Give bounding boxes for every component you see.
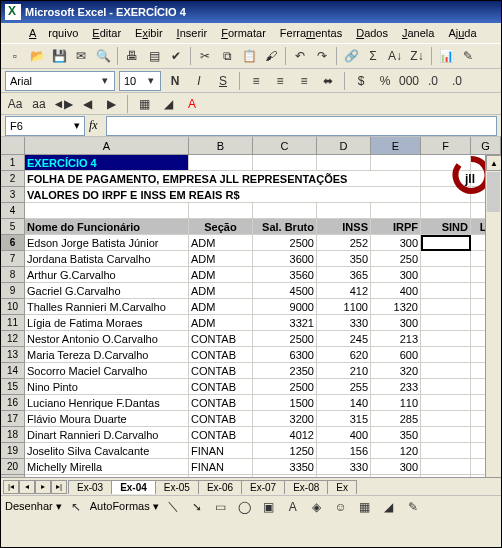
merge-icon[interactable]: ⬌ [318, 71, 338, 91]
prev-tab-icon[interactable]: ◂ [19, 480, 35, 494]
menu-format[interactable]: Formatar [215, 25, 272, 41]
align-center-icon[interactable]: ≡ [270, 71, 290, 91]
draw-menu[interactable]: Desenhar ▾ [5, 500, 62, 513]
formula-bar[interactable] [106, 116, 497, 136]
align-right-icon[interactable]: ≡ [294, 71, 314, 91]
scroll-up-icon[interactable]: ▲ [486, 155, 501, 171]
menu-file[interactable]: Arquivo [23, 25, 84, 41]
dec-decimal-icon[interactable]: .0 [447, 71, 467, 91]
col-header-C[interactable]: C [253, 137, 317, 155]
tab-Ex[interactable]: Ex [327, 480, 357, 494]
chart-icon[interactable]: 📊 [436, 46, 456, 66]
font-combo[interactable]: Arial ▾ [5, 71, 115, 91]
new-icon[interactable]: ▫ [5, 46, 25, 66]
row-header-11[interactable]: 11 [1, 315, 25, 331]
sort-asc-icon[interactable]: A↓ [385, 46, 405, 66]
row-header-7[interactable]: 7 [1, 251, 25, 267]
col-header-D[interactable]: D [317, 137, 371, 155]
row-header-20[interactable]: 20 [1, 459, 25, 475]
select-icon[interactable]: ↖ [66, 497, 86, 517]
tab-Ex-06[interactable]: Ex-06 [198, 480, 242, 494]
align-left-icon[interactable]: ≡ [246, 71, 266, 91]
picture-icon[interactable]: ▦ [355, 497, 375, 517]
row-header-17[interactable]: 17 [1, 411, 25, 427]
linecolor-icon[interactable]: ✎ [403, 497, 423, 517]
chevron-down-icon[interactable]: ▾ [146, 74, 156, 87]
menu-data[interactable]: Dados [350, 25, 394, 41]
col-header-G[interactable]: G [471, 137, 501, 155]
comma-icon[interactable]: 000 [399, 71, 419, 91]
arrows-button[interactable]: ◄▶ [53, 94, 73, 114]
col-header-E[interactable]: E [371, 137, 421, 155]
row-header-14[interactable]: 14 [1, 363, 25, 379]
sort-desc-icon[interactable]: Z↓ [407, 46, 427, 66]
diagram-icon[interactable]: ◈ [307, 497, 327, 517]
tab-Ex-07[interactable]: Ex-07 [241, 480, 285, 494]
row-header-13[interactable]: 13 [1, 347, 25, 363]
menu-view[interactable]: Exibir [129, 25, 169, 41]
row-header-19[interactable]: 19 [1, 443, 25, 459]
vertical-scrollbar[interactable]: ▲ [485, 155, 501, 477]
wordart-icon[interactable]: A [283, 497, 303, 517]
last-tab-icon[interactable]: ▸| [51, 480, 67, 494]
next-tab-icon[interactable]: ▸ [35, 480, 51, 494]
first-tab-icon[interactable]: |◂ [3, 480, 19, 494]
row-header-1[interactable]: 1 [1, 155, 25, 171]
row-header-10[interactable]: 10 [1, 299, 25, 315]
italic-button[interactable]: I [189, 71, 209, 91]
row-header-12[interactable]: 12 [1, 331, 25, 347]
undo-icon[interactable]: ↶ [290, 46, 310, 66]
indent-right-icon[interactable]: ▶ [101, 94, 121, 114]
print-icon[interactable]: 🖶 [122, 46, 142, 66]
menu-help[interactable]: Ajuda [442, 25, 482, 41]
percent-icon[interactable]: % [375, 71, 395, 91]
rect-icon[interactable]: ▭ [211, 497, 231, 517]
inc-decimal-icon[interactable]: .0 [423, 71, 443, 91]
menu-edit[interactable]: Editar [86, 25, 127, 41]
tab-Ex-05[interactable]: Ex-05 [155, 480, 199, 494]
chevron-down-icon[interactable]: ▾ [74, 119, 80, 132]
link-icon[interactable]: 🔗 [341, 46, 361, 66]
indent-left-icon[interactable]: ◀ [77, 94, 97, 114]
row-header-16[interactable]: 16 [1, 395, 25, 411]
oval-icon[interactable]: ◯ [235, 497, 255, 517]
tab-Ex-04[interactable]: Ex-04 [111, 480, 156, 494]
tab-Ex-08[interactable]: Ex-08 [284, 480, 328, 494]
arrow-icon[interactable]: ➘ [187, 497, 207, 517]
textbox-icon[interactable]: ▣ [259, 497, 279, 517]
mail-icon[interactable]: ✉ [71, 46, 91, 66]
scroll-thumb[interactable] [487, 172, 500, 212]
row-header-18[interactable]: 18 [1, 427, 25, 443]
name-box[interactable]: F6 ▾ [5, 116, 85, 136]
row-header-2[interactable]: 2 [1, 171, 25, 187]
row-header-4[interactable]: 4 [1, 203, 25, 219]
open-icon[interactable]: 📂 [27, 46, 47, 66]
worksheet[interactable]: ABCDEFG1EXERCÍCIO 42FOLHA DE PAGAMENTO, … [1, 137, 501, 477]
row-header-21[interactable]: 21 [1, 475, 25, 477]
fill-color-icon[interactable]: ◢ [158, 94, 178, 114]
spell-icon[interactable]: ✔ [166, 46, 186, 66]
brush-icon[interactable]: 🖌 [261, 46, 281, 66]
bold-button[interactable]: N [165, 71, 185, 91]
active-cell[interactable] [421, 235, 471, 251]
save-icon[interactable]: 💾 [49, 46, 69, 66]
search-icon[interactable]: 🔍 [93, 46, 113, 66]
case-lower-button[interactable]: aa [29, 94, 49, 114]
col-header-F[interactable]: F [421, 137, 471, 155]
row-header-15[interactable]: 15 [1, 379, 25, 395]
copy-icon[interactable]: ⧉ [217, 46, 237, 66]
cut-icon[interactable]: ✂ [195, 46, 215, 66]
col-header-B[interactable]: B [189, 137, 253, 155]
row-header-8[interactable]: 8 [1, 267, 25, 283]
select-all-corner[interactable] [1, 137, 25, 155]
clipart-icon[interactable]: ☺ [331, 497, 351, 517]
autoshapes-menu[interactable]: AutoFormas ▾ [90, 500, 159, 513]
currency-icon[interactable]: $ [351, 71, 371, 91]
case-aa-button[interactable]: Aa [5, 94, 25, 114]
row-header-3[interactable]: 3 [1, 187, 25, 203]
preview-icon[interactable]: ▤ [144, 46, 164, 66]
menu-window[interactable]: Janela [396, 25, 440, 41]
paste-icon[interactable]: 📋 [239, 46, 259, 66]
fx-icon[interactable]: fx [89, 118, 98, 133]
col-header-A[interactable]: A [25, 137, 189, 155]
